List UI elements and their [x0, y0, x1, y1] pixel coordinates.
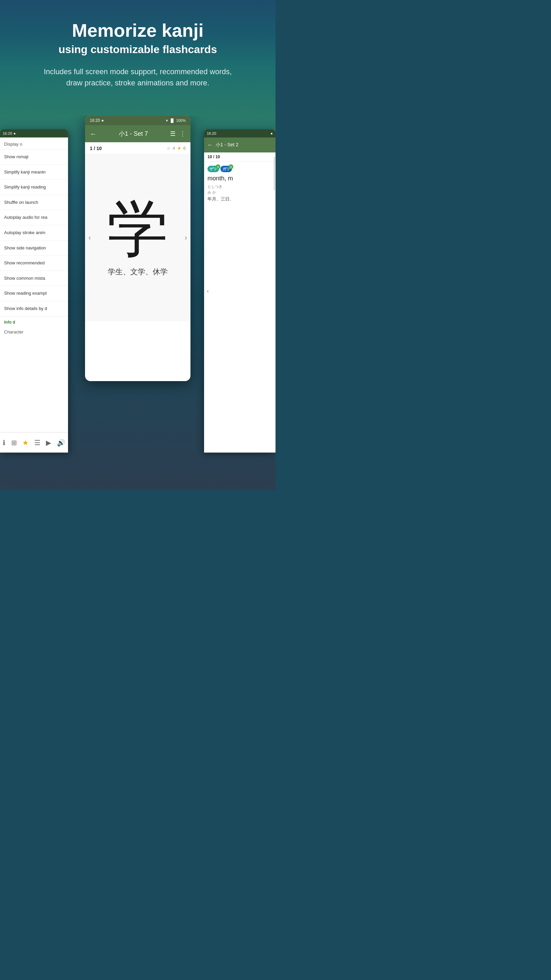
vocab-tags: ゲツ 4 ガツ 2	[208, 166, 272, 172]
page-indicator: 1 / 10	[90, 146, 102, 151]
right-toolbar-title: 小1 - Set 2	[216, 142, 238, 148]
vocab-tag-gatsu: ガツ 2	[221, 166, 232, 172]
settings-item-recommended[interactable]: Show recommended	[0, 256, 68, 271]
vocab-examples: 年月、三日、	[208, 196, 272, 203]
center-toolbar-title: 小1 - Set 7	[119, 130, 148, 138]
hero-description: Includes full screen mode support, recom…	[39, 66, 237, 89]
vocab-reading2: み か	[208, 190, 272, 195]
center-status-icon: ●	[102, 118, 104, 123]
play-icon[interactable]: ▶	[46, 439, 51, 447]
settings-item-simplify-reading[interactable]: Simplify kanji reading	[0, 180, 68, 195]
settings-item-side-nav[interactable]: Show side navigation	[0, 240, 68, 256]
star-indicators: ☆ 4 ★ 6	[167, 146, 186, 151]
phone-right: 16:20 ● ← 小1 - Set 2 10 / 10 ゲツ 4 ガツ 2	[204, 129, 275, 453]
right-toolbar: ← 小1 - Set 2	[204, 137, 275, 153]
settings-item-info-details[interactable]: Show info details by d	[0, 301, 68, 317]
left-phone-bottom-bar: ℹ ⊞ ★ ☰ ▶ 🔊	[0, 432, 68, 453]
audio-icon[interactable]: 🔊	[57, 439, 65, 447]
center-statusbar-right: ▾ ▐▌ 100%	[166, 118, 186, 123]
right-subbar: 10 / 10	[204, 153, 275, 162]
settings-item-autoplay-stroke[interactable]: Autoplay stroke anim	[0, 225, 68, 240]
star-empty-icon: ☆	[167, 146, 171, 151]
grid-icon[interactable]: ⊞	[11, 439, 17, 447]
center-status-time: 16:20	[90, 118, 100, 123]
hero-subtitle: using customizable flashcards	[59, 43, 217, 56]
center-back-button[interactable]: ←	[90, 130, 97, 138]
star-filled-count: 6	[183, 146, 186, 151]
right-status-icon: ●	[270, 131, 273, 135]
kanji-words: 学生、文学、休学	[108, 267, 168, 277]
vocab-reading1: としつき	[208, 184, 272, 189]
settings-item-romaji[interactable]: Show romaji	[0, 150, 68, 165]
page-total: 10	[96, 146, 102, 151]
flashcard-area: ‹ 学 学生、文学、休学 ›	[85, 154, 191, 321]
right-back-button[interactable]: ←	[208, 142, 213, 148]
settings-item-autoplay-audio[interactable]: Autoplay audio for rea	[0, 210, 68, 225]
center-statusbar-left: 16:20 ●	[90, 118, 104, 123]
vocab-card: ゲツ 4 ガツ 2 month, m としつき み か 年月、三日、	[204, 162, 275, 207]
kanji-character: 学	[107, 199, 168, 260]
left-settings-content: Display o Show romaji Simplify kanji mea…	[0, 137, 68, 338]
star-empty-count: 4	[173, 146, 175, 151]
page-current: 1	[90, 146, 92, 151]
vocab-meaning: month, m	[208, 175, 272, 182]
phone-center: 16:20 ● ▾ ▐▌ 100% ← 小1 - Set 7 ☰ ⋮ 1 / 1…	[85, 116, 191, 381]
settings-header: Display o	[0, 137, 68, 150]
right-scrollbar[interactable]	[274, 156, 275, 191]
settings-section-info: Info d	[0, 317, 68, 326]
wifi-icon: ▾	[166, 118, 168, 123]
settings-item-reading-examples[interactable]: Show reading exampl	[0, 286, 68, 301]
toolbar-more-icon[interactable]: ⋮	[179, 130, 186, 137]
info-icon[interactable]: ℹ	[3, 439, 5, 447]
battery-text: 100%	[176, 118, 186, 123]
star-filled-icon: ★	[177, 146, 181, 151]
settings-item-character[interactable]: Character	[0, 326, 68, 338]
left-status-time: 16:20	[3, 131, 12, 135]
settings-item-common-mistakes[interactable]: Show common mista	[0, 271, 68, 286]
phones-section: 16:20 ● Display o Show romaji Simplify k…	[0, 116, 275, 490]
list-icon[interactable]: ☰	[34, 439, 40, 447]
hero-title: Memorize kanji	[72, 21, 203, 40]
toolbar-list-icon[interactable]: ☰	[170, 130, 176, 137]
settings-item-shuffle[interactable]: Shuffle on launch	[0, 195, 68, 210]
right-page-current: 10	[208, 154, 212, 159]
center-subbar: 1 / 10 ☆ 4 ★ 6	[85, 142, 191, 154]
right-page-total: 10	[215, 154, 220, 159]
settings-header-text: Display o	[4, 142, 22, 147]
hero-section: Memorize kanji using customizable flashc…	[0, 0, 275, 116]
center-toolbar-icons: ☰ ⋮	[170, 130, 186, 137]
center-toolbar: ← 小1 - Set 7 ☰ ⋮	[85, 125, 191, 142]
settings-item-simplify-meaning[interactable]: Simplify kanji meanin	[0, 165, 68, 180]
right-phone-nav-prev[interactable]: ‹	[204, 285, 211, 298]
signal-icon: ▐▌	[169, 118, 175, 123]
left-status-icon: ●	[14, 131, 16, 135]
right-status-time: 16:20	[207, 131, 216, 135]
vocab-tag-getsu-badge: 4	[216, 164, 221, 169]
phone-left: 16:20 ● Display o Show romaji Simplify k…	[0, 129, 68, 453]
center-statusbar: 16:20 ● ▾ ▐▌ 100%	[85, 116, 191, 125]
nav-prev-button[interactable]: ‹	[89, 234, 91, 242]
star-icon[interactable]: ★	[22, 439, 29, 447]
right-statusbar: 16:20 ●	[204, 129, 275, 137]
nav-next-button[interactable]: ›	[185, 234, 187, 242]
vocab-tag-gatsu-badge: 2	[229, 164, 233, 169]
vocab-tag-getsu: ゲツ 4	[208, 166, 219, 172]
left-statusbar: 16:20 ●	[0, 129, 68, 137]
